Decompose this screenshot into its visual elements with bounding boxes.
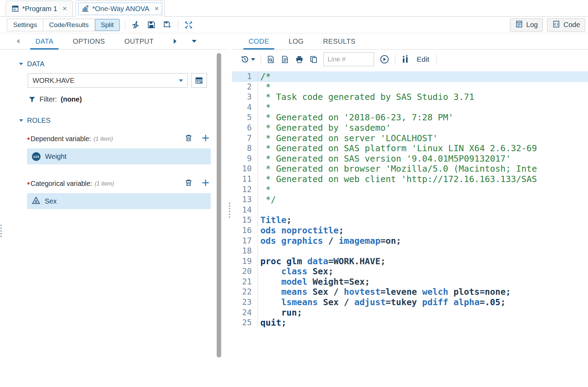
code-line[interactable]: 2 * (232, 82, 588, 92)
line-number: 16 (232, 225, 258, 236)
run-icon[interactable] (130, 19, 141, 31)
code-line[interactable]: 4 * (232, 102, 588, 113)
filter-row[interactable]: Filter: (none) (28, 95, 227, 103)
settings-button[interactable]: Settings (7, 19, 43, 31)
code-line[interactable]: 14 (232, 205, 588, 215)
code-line-text: * Generated on '2018-06-23, 7:28 PM' (258, 112, 588, 123)
code-line[interactable]: 9 * Generated on SAS version '9.04.01M5P… (232, 154, 588, 164)
code-line-text: * Generated by 'sasdemo' (258, 123, 588, 133)
line-number: 23 (232, 297, 258, 308)
scroll-tabs-right-icon[interactable] (174, 39, 176, 44)
tab-overflow-menu-icon[interactable] (192, 40, 197, 43)
dataset-combobox[interactable]: WORK.HAVE (28, 73, 188, 88)
save-as-icon[interactable] (162, 19, 173, 31)
tab-output[interactable]: OUTPUT (115, 33, 164, 49)
compare-columns-icon[interactable] (401, 55, 410, 64)
maximize-view-icon[interactable] (183, 19, 194, 31)
split-button[interactable]: Split (95, 19, 120, 31)
section-title: DATA (27, 60, 44, 68)
code-line[interactable]: 20 class Sex; (232, 266, 588, 277)
divider (436, 54, 436, 64)
line-number: 11 (232, 174, 258, 184)
code-results-button[interactable]: Code/Results (43, 19, 95, 31)
submission-history-button[interactable] (240, 55, 255, 64)
divider (261, 54, 261, 64)
close-icon[interactable]: × (62, 5, 67, 12)
line-number: 8 (232, 143, 258, 154)
code-line[interactable]: 1/* (232, 71, 588, 82)
tab-log[interactable]: LOG (279, 33, 313, 49)
log-button[interactable]: Log (510, 18, 543, 32)
code-line[interactable]: 24 run; (232, 308, 588, 318)
history-icon (240, 55, 249, 64)
add-column-icon[interactable] (201, 134, 210, 144)
filter-icon (28, 96, 36, 103)
vertical-scrollbar[interactable] (217, 53, 221, 358)
splitter-grip[interactable] (229, 203, 230, 218)
tab-data[interactable]: DATA (26, 33, 63, 49)
role-header: * Dependent variable: (1 item) (27, 134, 211, 144)
code-line[interactable]: 22 means Sex / hovtest=levene welch plot… (232, 287, 588, 297)
line-number: 1 (232, 71, 258, 82)
code-button[interactable]: Code (547, 18, 585, 32)
goto-line-icon[interactable] (380, 54, 389, 64)
code-line-text: */ (258, 195, 588, 205)
delete-icon[interactable] (184, 134, 193, 144)
code-line-text: proc glm data=WORK.HAVE; (258, 256, 588, 267)
scroll-tabs-left-icon[interactable] (17, 39, 19, 44)
collapse-icon (19, 119, 23, 122)
code-line[interactable]: 17ods graphics / imagemap=on; (232, 236, 588, 246)
code-line[interactable]: 5 * Generated on '2018-06-23, 7:28 PM' (232, 112, 588, 123)
code-line[interactable]: 18 (232, 246, 588, 256)
line-number: 2 (232, 82, 258, 92)
tab-code[interactable]: CODE (239, 33, 279, 49)
assigned-variable-weight[interactable]: 123 Weight (27, 148, 211, 164)
code-line[interactable]: 16ods noproctitle; (232, 225, 588, 236)
preview-code-icon[interactable] (267, 55, 275, 64)
code-line[interactable]: 19proc glm data=WORK.HAVE; (232, 256, 588, 267)
edit-button[interactable]: Edit (417, 55, 429, 63)
roles-section-header[interactable]: ROLES (19, 117, 227, 124)
code-line-text: * Generated on web client 'http://172.16… (258, 174, 588, 184)
code-line[interactable]: 6 * Generated by 'sasdemo' (232, 123, 588, 133)
code-line[interactable]: 13 */ (232, 195, 588, 205)
code-editor[interactable]: 1/*2 *3 * Task code generated by SAS Stu… (232, 69, 588, 387)
code-line-text: quit; (258, 318, 588, 328)
view-source-icon[interactable] (281, 55, 289, 64)
code-line[interactable]: 8 * Generated on SAS platform 'Linux LIN… (232, 143, 588, 154)
code-line-text: * (258, 82, 588, 92)
open-table-button[interactable] (191, 73, 207, 88)
panel-splitter[interactable] (227, 33, 232, 387)
code-line-text: lsmeans Sex / adjust=tukey pdiff alpha=.… (258, 297, 588, 308)
code-line[interactable]: 7 * Generated on server 'LOCALHOST' (232, 133, 588, 144)
add-column-icon[interactable] (201, 178, 210, 189)
code-line[interactable]: 21 model Weight=Sex; (232, 277, 588, 287)
code-line-text: ods graphics / imagemap=on; (258, 236, 588, 246)
code-line-text: * (258, 102, 588, 113)
code-line[interactable]: 23 lsmeans Sex / adjust=tukey pdiff alph… (232, 297, 588, 308)
code-line[interactable]: 25quit; (232, 318, 588, 328)
line-number: 4 (232, 102, 258, 113)
code-line[interactable]: 10 * Generated on browser 'Mozilla/5.0 (… (232, 164, 588, 174)
line-number: 10 (232, 164, 258, 174)
save-icon[interactable] (146, 19, 157, 31)
copy-icon[interactable] (309, 55, 318, 64)
delete-icon[interactable] (184, 179, 193, 188)
variable-name: Sex (45, 197, 57, 205)
code-line[interactable]: 12 * (232, 184, 588, 195)
tab-options[interactable]: OPTIONS (63, 33, 115, 49)
tab-program-1[interactable]: *Program 1 × (6, 1, 73, 16)
code-line[interactable]: 15Title; (232, 215, 588, 225)
print-icon[interactable] (295, 55, 304, 64)
chevron-down-icon[interactable] (174, 74, 188, 87)
line-number-input[interactable] (323, 52, 374, 66)
assigned-variable-sex[interactable]: A Sex (27, 193, 211, 209)
tab-results[interactable]: RESULTS (313, 33, 365, 49)
data-section-header[interactable]: DATA (19, 60, 227, 68)
code-line[interactable]: 3 * Task code generated by SAS Studio 3.… (232, 92, 588, 102)
left-edge-splitter-grip[interactable] (0, 225, 2, 237)
close-icon[interactable]: × (155, 5, 159, 12)
tab-one-way-anova[interactable]: *One-Way ANOVA × (76, 0, 165, 17)
code-line[interactable]: 11 * Generated on web client 'http://172… (232, 174, 588, 184)
code-line-text (258, 246, 588, 256)
